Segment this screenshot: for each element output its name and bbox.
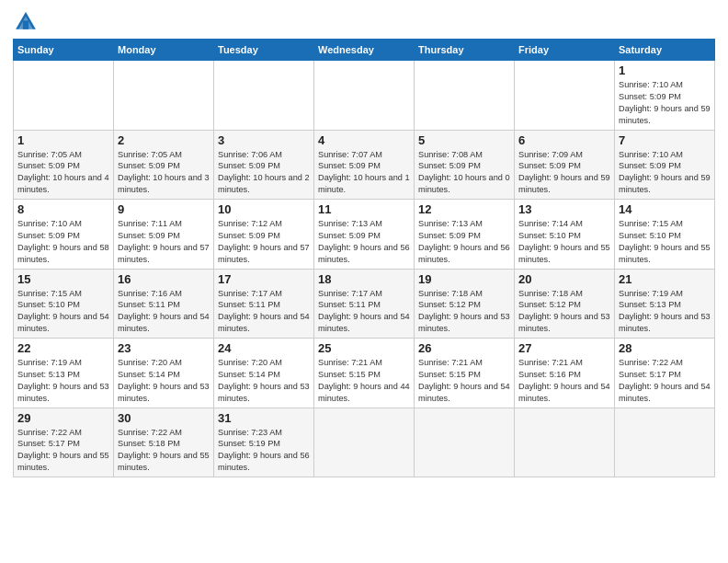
day-number: 6 [518, 133, 610, 147]
day-cell: 8Sunrise: 7:10 AMSunset: 5:09 PMDaylight… [14, 200, 114, 270]
day-number: 1 [619, 63, 711, 77]
day-number: 16 [118, 272, 210, 286]
day-detail: Sunrise: 7:11 AMSunset: 5:09 PMDaylight:… [118, 218, 210, 266]
day-number: 18 [318, 272, 410, 286]
day-cell: 26Sunrise: 7:21 AMSunset: 5:15 PMDayligh… [415, 339, 515, 408]
day-cell: 21Sunrise: 7:19 AMSunset: 5:13 PMDayligh… [615, 269, 715, 339]
col-header-thursday: Thursday [415, 40, 515, 61]
day-detail: Sunrise: 7:22 AMSunset: 5:17 PMDaylight:… [17, 427, 109, 475]
header-row [13, 9, 715, 35]
day-cell [415, 61, 515, 131]
calendar-container: SundayMondayTuesdayWednesdayThursdayFrid… [0, 0, 728, 485]
day-number: 24 [218, 341, 310, 355]
day-cell: 11Sunrise: 7:13 AMSunset: 5:09 PMDayligh… [314, 200, 415, 270]
day-cell: 24Sunrise: 7:20 AMSunset: 5:14 PMDayligh… [214, 339, 314, 408]
day-cell: 5Sunrise: 7:08 AMSunset: 5:09 PMDaylight… [415, 130, 515, 200]
day-detail: Sunrise: 7:07 AMSunset: 5:09 PMDaylight:… [318, 149, 410, 197]
day-cell: 14Sunrise: 7:15 AMSunset: 5:10 PMDayligh… [615, 200, 715, 270]
day-number: 4 [318, 133, 410, 147]
day-number: 31 [218, 411, 310, 425]
day-cell: 16Sunrise: 7:16 AMSunset: 5:11 PMDayligh… [114, 269, 214, 339]
day-cell: 31Sunrise: 7:23 AMSunset: 5:19 PMDayligh… [214, 408, 314, 477]
header-row-days: SundayMondayTuesdayWednesdayThursdayFrid… [14, 40, 715, 61]
logo [13, 9, 42, 35]
day-detail: Sunrise: 7:09 AMSunset: 5:09 PMDaylight:… [518, 149, 610, 197]
day-detail: Sunrise: 7:18 AMSunset: 5:12 PMDaylight:… [418, 288, 510, 336]
day-cell: 30Sunrise: 7:22 AMSunset: 5:18 PMDayligh… [114, 408, 214, 477]
day-detail: Sunrise: 7:06 AMSunset: 5:09 PMDaylight:… [218, 149, 310, 197]
day-detail: Sunrise: 7:17 AMSunset: 5:11 PMDaylight:… [218, 288, 310, 336]
day-number: 20 [518, 272, 610, 286]
day-number: 28 [619, 341, 711, 355]
day-cell: 7Sunrise: 7:10 AMSunset: 5:09 PMDaylight… [615, 130, 715, 200]
day-number: 17 [218, 272, 310, 286]
day-detail: Sunrise: 7:19 AMSunset: 5:13 PMDaylight:… [619, 288, 711, 336]
day-cell [415, 408, 515, 477]
day-detail: Sunrise: 7:05 AMSunset: 5:09 PMDaylight:… [118, 149, 210, 197]
day-cell [615, 408, 715, 477]
day-cell: 9Sunrise: 7:11 AMSunset: 5:09 PMDaylight… [114, 200, 214, 270]
day-number: 25 [318, 341, 410, 355]
day-number: 19 [418, 272, 510, 286]
day-detail: Sunrise: 7:20 AMSunset: 5:14 PMDaylight:… [118, 357, 210, 405]
col-header-friday: Friday [515, 40, 615, 61]
week-row-4: 22Sunrise: 7:19 AMSunset: 5:13 PMDayligh… [14, 339, 715, 408]
day-number: 9 [118, 202, 210, 216]
day-detail: Sunrise: 7:22 AMSunset: 5:18 PMDaylight:… [118, 427, 210, 475]
week-row-1: 1Sunrise: 7:05 AMSunset: 5:09 PMDaylight… [14, 130, 715, 200]
day-number: 3 [218, 133, 310, 147]
day-cell: 6Sunrise: 7:09 AMSunset: 5:09 PMDaylight… [515, 130, 615, 200]
day-cell: 2Sunrise: 7:05 AMSunset: 5:09 PMDaylight… [114, 130, 214, 200]
col-header-sunday: Sunday [14, 40, 114, 61]
col-header-tuesday: Tuesday [214, 40, 314, 61]
day-number: 2 [118, 133, 210, 147]
day-cell: 29Sunrise: 7:22 AMSunset: 5:17 PMDayligh… [14, 408, 114, 477]
day-number: 1 [17, 133, 109, 147]
day-cell: 3Sunrise: 7:06 AMSunset: 5:09 PMDaylight… [214, 130, 314, 200]
col-header-wednesday: Wednesday [314, 40, 415, 61]
day-number: 11 [318, 202, 410, 216]
col-header-saturday: Saturday [615, 40, 715, 61]
day-detail: Sunrise: 7:21 AMSunset: 5:15 PMDaylight:… [318, 357, 410, 405]
day-cell [515, 61, 615, 131]
day-cell [314, 61, 415, 131]
day-detail: Sunrise: 7:08 AMSunset: 5:09 PMDaylight:… [418, 149, 510, 197]
logo-icon [13, 9, 39, 35]
day-detail: Sunrise: 7:20 AMSunset: 5:14 PMDaylight:… [218, 357, 310, 405]
day-number: 10 [218, 202, 310, 216]
day-number: 12 [418, 202, 510, 216]
day-detail: Sunrise: 7:19 AMSunset: 5:13 PMDaylight:… [17, 357, 109, 405]
day-cell: 15Sunrise: 7:15 AMSunset: 5:10 PMDayligh… [14, 269, 114, 339]
day-cell: 18Sunrise: 7:17 AMSunset: 5:11 PMDayligh… [314, 269, 415, 339]
day-cell: 27Sunrise: 7:21 AMSunset: 5:16 PMDayligh… [515, 339, 615, 408]
day-detail: Sunrise: 7:05 AMSunset: 5:09 PMDaylight:… [17, 149, 109, 197]
calendar-table: SundayMondayTuesdayWednesdayThursdayFrid… [13, 39, 715, 477]
day-cell: 25Sunrise: 7:21 AMSunset: 5:15 PMDayligh… [314, 339, 415, 408]
day-detail: Sunrise: 7:10 AMSunset: 5:09 PMDaylight:… [619, 79, 711, 127]
day-detail: Sunrise: 7:18 AMSunset: 5:12 PMDaylight:… [518, 288, 610, 336]
day-cell: 20Sunrise: 7:18 AMSunset: 5:12 PMDayligh… [515, 269, 615, 339]
week-row-3: 15Sunrise: 7:15 AMSunset: 5:10 PMDayligh… [14, 269, 715, 339]
day-cell: 1Sunrise: 7:05 AMSunset: 5:09 PMDaylight… [14, 130, 114, 200]
day-detail: Sunrise: 7:16 AMSunset: 5:11 PMDaylight:… [118, 288, 210, 336]
week-row-5: 29Sunrise: 7:22 AMSunset: 5:17 PMDayligh… [14, 408, 715, 477]
day-detail: Sunrise: 7:17 AMSunset: 5:11 PMDaylight:… [318, 288, 410, 336]
day-cell [114, 61, 214, 131]
day-detail: Sunrise: 7:15 AMSunset: 5:10 PMDaylight:… [17, 288, 109, 336]
day-cell: 4Sunrise: 7:07 AMSunset: 5:09 PMDaylight… [314, 130, 415, 200]
day-number: 13 [518, 202, 610, 216]
day-detail: Sunrise: 7:10 AMSunset: 5:09 PMDaylight:… [17, 218, 109, 266]
day-cell: 19Sunrise: 7:18 AMSunset: 5:12 PMDayligh… [415, 269, 515, 339]
day-cell: 10Sunrise: 7:12 AMSunset: 5:09 PMDayligh… [214, 200, 314, 270]
day-cell: 23Sunrise: 7:20 AMSunset: 5:14 PMDayligh… [114, 339, 214, 408]
day-cell: 22Sunrise: 7:19 AMSunset: 5:13 PMDayligh… [14, 339, 114, 408]
day-detail: Sunrise: 7:12 AMSunset: 5:09 PMDaylight:… [218, 218, 310, 266]
day-number: 14 [619, 202, 711, 216]
day-number: 23 [118, 341, 210, 355]
day-cell: 12Sunrise: 7:13 AMSunset: 5:09 PMDayligh… [415, 200, 515, 270]
day-cell [515, 408, 615, 477]
day-number: 30 [118, 411, 210, 425]
day-number: 29 [17, 411, 109, 425]
day-number: 26 [418, 341, 510, 355]
day-number: 21 [619, 272, 711, 286]
